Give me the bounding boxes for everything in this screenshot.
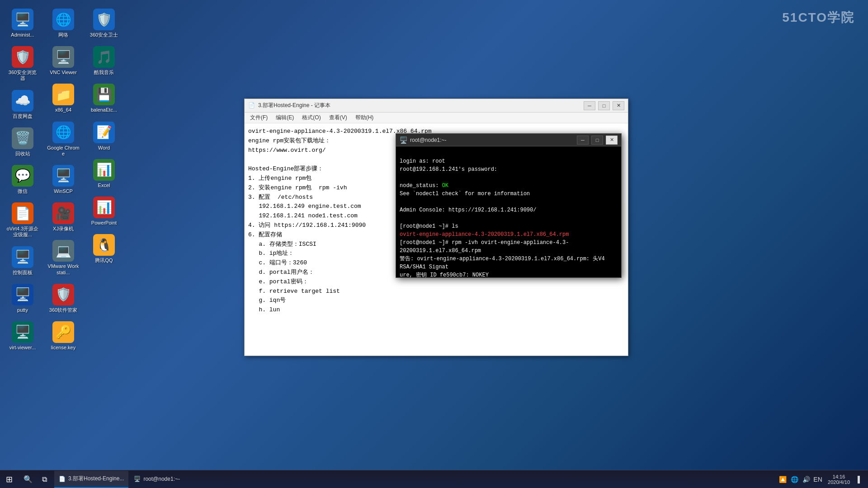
icon-img-winscp: 🖥️: [52, 165, 74, 187]
icon-admin[interactable]: 🖥️ Administ...: [5, 7, 41, 40]
icon-baidu[interactable]: ☁️ 百度网盘: [5, 88, 41, 121]
tray-network-icon[interactable]: 🌐: [790, 475, 799, 484]
tray-time-text: 14:16: [833, 474, 845, 479]
icon-ovirt[interactable]: 📄 oVirt4.3开源企业级服...: [5, 201, 41, 239]
notepad-maximize-btn[interactable]: □: [598, 101, 610, 110]
icon-img-recycle: 🗑️: [12, 127, 33, 149]
icon-img-360safe: 🛡️: [12, 46, 33, 68]
icon-qq[interactable]: 🐧 腾讯QQ: [86, 232, 122, 265]
notepad-titlebar: 📄 3.部署Hosted-Engine - 记事本 ─ □ ✕: [245, 99, 628, 113]
taskbar-notepad-label: 3.部署Hosted-Engine...: [68, 475, 124, 483]
icon-img-weixin: 💬: [12, 165, 33, 187]
start-button[interactable]: ⊞: [0, 470, 18, 488]
icon-powerpoint[interactable]: 📊 PowerPoint: [86, 195, 122, 228]
icon-img-excel: 📊: [93, 159, 115, 181]
terminal-minimize-btn[interactable]: ─: [577, 136, 589, 145]
icon-xjm[interactable]: 🎥 XJ录像机: [45, 201, 81, 234]
icon-label-x86: x86_64: [55, 107, 71, 113]
icon-img-chrome: 🌐: [52, 122, 74, 143]
desktop-icons: 🖥️ Administ... 🛡️ 360安全浏览器 ☁️ 百度网盘 🗑️ 回收…: [0, 0, 118, 361]
icon-label-excel: Excel: [98, 183, 110, 188]
icon-img-balena: 💾: [93, 84, 115, 105]
icon-label-xjm: XJ录像机: [53, 226, 74, 232]
icon-label-360mgr: 360软件管家: [49, 307, 77, 313]
taskbar: ⊞ 🔍 ⧉ 📄 3.部署Hosted-Engine... 🖥️ root@nod…: [0, 470, 868, 488]
notepad-menu-view[interactable]: 查看(V): [326, 113, 351, 122]
icon-360safe2[interactable]: 🛡️ 360安全卫士: [86, 7, 122, 40]
icon-label-weixin: 微信: [18, 188, 28, 194]
notepad-menubar: 文件(F) 编辑(E) 格式(O) 查看(V) 帮助(H): [245, 113, 628, 123]
notepad-minimize-btn[interactable]: ─: [584, 101, 595, 110]
taskbar-task-view[interactable]: ⧉: [36, 471, 52, 488]
terminal-titlebar: 🖥️ root@node1:~- ─ □ ✕: [396, 134, 621, 146]
icon-img-control: 🖥️: [12, 246, 33, 268]
icon-img-vmware: 💻: [52, 240, 74, 262]
icon-weixin[interactable]: 💬 微信: [5, 163, 41, 196]
taskbar-app-terminal[interactable]: 🖥️ root@node1:~-: [129, 471, 184, 488]
notepad-menu-edit[interactable]: 编辑(E): [272, 113, 297, 122]
notepad-close-btn[interactable]: ✕: [613, 101, 624, 110]
icon-label-baidu: 百度网盘: [13, 113, 33, 119]
icon-img-x86: 📁: [52, 84, 74, 105]
notepad-menu-format[interactable]: 格式(O): [298, 113, 324, 122]
icon-img-xjm: 🎥: [52, 202, 74, 224]
icon-label-360safe2: 360安全卫士: [90, 32, 118, 38]
icon-label-virt: virt-viewer...: [9, 345, 36, 351]
taskbar-search[interactable]: 🔍: [20, 471, 36, 488]
icon-img-360safe2: 🛡️: [93, 9, 115, 30]
icon-control[interactable]: 🖥️ 控制面板: [5, 244, 41, 277]
tray-date-text: 2020/4/10: [828, 479, 850, 485]
tray-clock[interactable]: 14:16 2020/4/10: [825, 474, 853, 485]
icon-winscp[interactable]: 🖥️ WinSCP: [45, 163, 81, 196]
icon-img-license: 🔑: [52, 321, 74, 343]
icon-chrome[interactable]: 🌐 Google Chrome: [45, 120, 81, 159]
icon-img-baidu: ☁️: [12, 90, 33, 112]
terminal-content: login as: root root@192.168.1.241's pass…: [396, 146, 621, 277]
icon-label-vnc: VNC Viewer: [50, 70, 77, 75]
icon-network[interactable]: 🌐 网络: [45, 7, 81, 40]
terminal-close-btn[interactable]: ✕: [606, 136, 618, 145]
tray-up-icon[interactable]: 🔼: [778, 475, 787, 484]
icon-music[interactable]: 🎵 酷我音乐: [86, 44, 122, 77]
icon-balena[interactable]: 💾 balenaEtc...: [86, 82, 122, 115]
icon-recycle[interactable]: 🗑️ 回收站: [5, 126, 41, 159]
terminal-title-text: root@node1:~-: [410, 137, 574, 143]
taskbar-terminal-label: root@node1:~-: [143, 476, 180, 482]
icon-label-360safe: 360安全浏览器: [6, 70, 39, 81]
icon-label-putty: putty: [17, 307, 28, 313]
icon-label-control: 控制面板: [13, 270, 33, 276]
icon-x86[interactable]: 📁 x86_64: [45, 82, 81, 115]
icon-img-putty: 🖥️: [12, 284, 33, 305]
tray-keyboard-icon[interactable]: EN: [813, 475, 822, 484]
icon-img-ovirt: 📄: [12, 202, 33, 224]
icon-label-winscp: WinSCP: [54, 188, 73, 194]
tray-show-desktop[interactable]: ▌: [855, 475, 864, 484]
terminal-maximize-btn[interactable]: □: [591, 136, 603, 145]
icon-img-virt: 🖥️: [12, 321, 33, 343]
icon-360safe[interactable]: 🛡️ 360安全浏览器: [5, 44, 41, 83]
icon-vmware[interactable]: 💻 VMware Workstati...: [45, 238, 81, 277]
icon-label-vmware: VMware Workstati...: [47, 263, 80, 275]
taskbar-app-notepad[interactable]: 📄 3.部署Hosted-Engine...: [54, 471, 128, 488]
icon-excel[interactable]: 📊 Excel: [86, 157, 122, 190]
icon-label-balena: balenaEtc...: [91, 107, 117, 113]
icon-label-music: 酷我音乐: [94, 70, 114, 75]
terminal-window[interactable]: 🖥️ root@node1:~- ─ □ ✕ login as: root ro…: [396, 133, 622, 278]
icon-vnc[interactable]: 🖥️ VNC Viewer: [45, 44, 81, 77]
taskbar-tray: 🔼 🌐 🔊 EN 14:16 2020/4/10 ▌: [774, 470, 868, 488]
icon-label-qq: 腾讯QQ: [95, 258, 113, 263]
notepad-menu-help[interactable]: 帮助(H): [352, 113, 377, 122]
icon-label-recycle: 回收站: [15, 151, 30, 157]
icon-virt[interactable]: 🖥️ virt-viewer...: [5, 319, 41, 352]
notepad-menu-file[interactable]: 文件(F): [246, 113, 271, 122]
icon-word[interactable]: 📝 Word: [86, 120, 122, 153]
icon-label-powerpoint: PowerPoint: [91, 220, 117, 226]
icon-license[interactable]: 🔑 license.key: [45, 319, 81, 352]
notepad-icon: 📄: [248, 102, 255, 109]
icon-putty[interactable]: 🖥️ putty: [5, 282, 41, 315]
tray-volume-icon[interactable]: 🔊: [802, 475, 811, 484]
watermark: 51CTO学院: [782, 9, 854, 26]
icon-label-word: Word: [98, 145, 110, 151]
icon-img-360mgr: 🛡️: [52, 284, 74, 305]
icon-360mgr[interactable]: 🛡️ 360软件管家: [45, 282, 81, 315]
